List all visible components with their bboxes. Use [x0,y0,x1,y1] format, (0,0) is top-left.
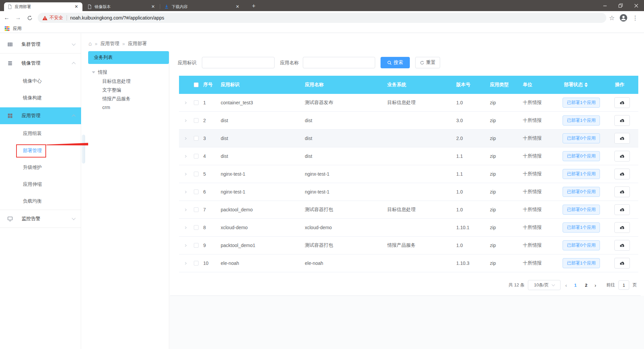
prev-page-icon[interactable]: ‹ [564,282,568,288]
deploy-status-button[interactable]: 已部署1个应用 [563,98,600,108]
deploy-upload-button[interactable] [614,97,630,108]
deploy-upload-button[interactable] [614,151,630,162]
deploy-upload-button[interactable] [614,186,630,197]
expand-row-icon[interactable] [183,191,187,193]
sidebar-scrollbar[interactable] [82,135,85,164]
tab-app-deploy[interactable]: 应用部署 ✕ [4,2,82,11]
sidebar-item-apps[interactable]: 应用管理 [0,107,81,124]
avatar-icon[interactable] [619,14,628,22]
tree-node-child[interactable]: 文字整编 [88,85,169,94]
tab-downloads[interactable]: 下载内容 ✕ [161,2,244,11]
address-bar[interactable]: 不安全 noah.kuibuxingkong.com/?#/applicatio… [38,13,606,23]
sidebar-item-app-assemble[interactable]: 应用组装 [0,125,81,142]
sidebar-item-image-build[interactable]: 镜像构建 [0,90,81,106]
cloud-upload-icon [619,136,625,141]
menu-dots-icon[interactable]: ⋮ [632,14,638,22]
expand-row-icon[interactable] [183,262,187,265]
sidebar-item-upgrade[interactable]: 升级维护 [0,159,81,176]
tab-close-icon[interactable]: ✕ [74,4,79,9]
tree-node-child[interactable]: 情报产品服务 [88,94,169,103]
search-icon [387,61,392,65]
expand-row-icon[interactable] [183,102,187,104]
bookmark-item[interactable]: 应用 [13,26,22,32]
new-tab-button[interactable]: + [249,2,258,11]
expand-row-icon[interactable] [183,244,187,247]
sidebar-item-cluster[interactable]: 集群管理 [0,36,81,53]
sidebar-item-image-center[interactable]: 镜像中心 [0,73,81,90]
browser-titlebar: 应用部署 ✕ 镜像版本 ✕ 下载内容 ✕ + [0,0,644,11]
reload-icon[interactable] [25,13,34,23]
tree-node-intel[interactable]: 情报 [88,68,169,77]
expand-row-icon[interactable] [183,226,187,229]
expand-row-icon[interactable] [183,155,187,158]
deploy-upload-button[interactable] [614,133,630,144]
breadcrumb-item[interactable]: 应用管理 [100,41,119,47]
deploy-upload-button[interactable] [614,169,630,179]
page-number-2[interactable]: 2 [582,283,590,288]
deploy-status-button[interactable]: 已部署1个应用 [563,258,600,268]
row-checkbox[interactable] [194,189,199,194]
window-restore-button[interactable] [613,0,628,11]
page-number-1[interactable]: 1 [572,283,579,288]
back-icon[interactable]: ← [2,13,11,23]
reset-button[interactable]: 重置 [415,57,440,68]
security-warning-label[interactable]: 不安全 [49,15,63,21]
tab-separator [160,4,160,9]
row-checkbox[interactable] [194,100,199,105]
expand-row-icon[interactable] [183,119,187,122]
tree-node-child[interactable]: 目标信息处理 [88,77,169,85]
tab-close-icon[interactable]: ✕ [235,4,240,9]
deploy-status-button[interactable]: 已部署1个应用 [563,169,600,179]
deploy-upload-button[interactable] [614,258,630,269]
sort-icon[interactable] [584,82,588,87]
tree-node-child[interactable]: crm [88,103,169,112]
sidebar-item-scale[interactable]: 应用伸缩 [0,176,81,193]
row-checkbox[interactable] [194,172,199,176]
select-all-checkbox[interactable] [194,82,199,87]
expand-row-icon[interactable] [183,209,187,211]
deploy-status-button[interactable]: 已部署0个应用 [563,205,600,215]
window-minimize-button[interactable] [597,0,613,11]
cell-type: zip [488,171,521,177]
deploy-status-button[interactable]: 已部署0个应用 [563,133,600,143]
caret-down-icon[interactable] [92,71,95,73]
deploy-upload-button[interactable] [614,240,630,251]
sidebar-item-load-balance[interactable]: 负载均衡 [0,193,81,210]
deploy-status-button[interactable]: 已部署1个应用 [563,222,600,233]
bookmark-star-icon[interactable]: ☆ [609,14,615,22]
deploy-upload-button[interactable] [614,115,630,126]
tab-close-icon[interactable]: ✕ [150,4,156,9]
row-checkbox[interactable] [194,261,199,266]
cell-version: 1.10.3 [454,260,488,266]
expand-row-icon[interactable] [183,173,187,175]
home-icon[interactable]: ⌂ [88,41,92,46]
deploy-upload-button[interactable] [614,222,630,233]
tab-image-version[interactable]: 镜像版本 ✕ [84,2,159,11]
row-checkbox[interactable] [194,225,199,230]
forward-icon[interactable]: → [13,13,23,23]
app-id-input[interactable] [202,57,275,68]
table-row: 4 dist dist 1.1 zip 十所情报 已部署0个应用 [179,147,638,165]
goto-page-input[interactable] [618,280,629,290]
sidebar-item-monitor[interactable]: 监控告警 [0,210,81,227]
window-close-button[interactable] [628,0,644,11]
deploy-status-button[interactable]: 已部署0个应用 [563,187,600,197]
row-checkbox[interactable] [194,154,199,159]
row-checkbox[interactable] [194,243,199,248]
deploy-status-button[interactable]: 已部署0个应用 [563,240,600,250]
url-text[interactable]: noah.kuibuxingkong.com/?#/application/ap… [70,15,164,21]
deploy-upload-button[interactable] [614,204,630,215]
expand-row-icon[interactable] [183,137,187,140]
page-size-select[interactable]: 10条/页 [528,280,561,290]
search-button[interactable]: 搜索 [381,57,410,68]
next-page-icon[interactable]: › [593,282,598,288]
deploy-status-button[interactable]: 已部署1个应用 [563,115,600,126]
sidebar-item-images[interactable]: 镜像管理 [0,55,81,72]
cell-index: 10 [201,260,219,266]
app-name-input[interactable] [303,57,375,68]
row-checkbox[interactable] [194,118,199,123]
header-deploy-status[interactable]: 部署状态 [562,82,606,88]
row-checkbox[interactable] [194,136,199,141]
row-checkbox[interactable] [194,207,199,212]
deploy-status-button[interactable]: 已部署0个应用 [563,151,600,161]
